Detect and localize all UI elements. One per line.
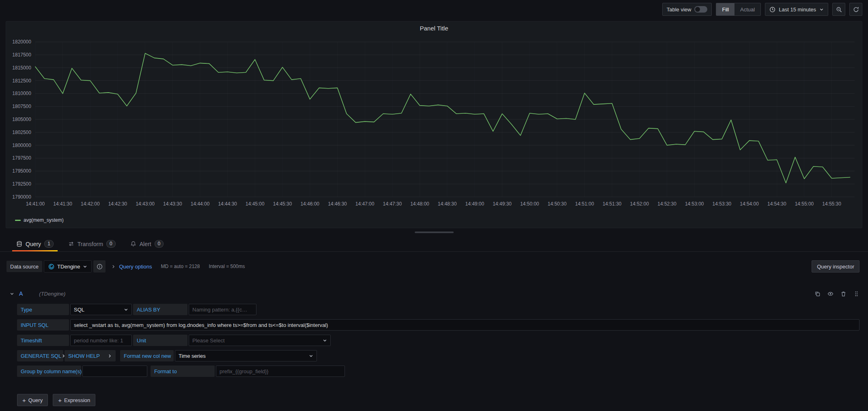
svg-text:14:41:00: 14:41:00 bbox=[26, 201, 45, 207]
copy-icon bbox=[814, 291, 821, 297]
input-sql-input[interactable] bbox=[70, 319, 859, 331]
tab-query-count: 1 bbox=[44, 240, 54, 248]
generate-sql-button[interactable]: GENERATE SQL bbox=[17, 350, 63, 361]
svg-text:1812500: 1812500 bbox=[12, 78, 31, 84]
svg-text:14:47:00: 14:47:00 bbox=[355, 201, 375, 207]
format-select-value: Time series bbox=[179, 353, 206, 359]
row-input-sql: INPUT SQL bbox=[17, 319, 859, 331]
query-header: A (TDengine) bbox=[10, 288, 859, 300]
actual-option[interactable]: Actual bbox=[734, 3, 760, 15]
switch-knob bbox=[695, 7, 700, 12]
svg-text:14:46:00: 14:46:00 bbox=[300, 201, 319, 207]
datasource-picker[interactable]: TDengine bbox=[44, 260, 92, 273]
panel-title: Panel Title bbox=[10, 25, 858, 35]
svg-text:1790000: 1790000 bbox=[12, 194, 31, 200]
svg-text:14:55:00: 14:55:00 bbox=[795, 201, 814, 207]
time-range-picker[interactable]: Last 15 minutes bbox=[765, 3, 828, 16]
svg-text:14:49:00: 14:49:00 bbox=[465, 201, 485, 207]
time-range-label: Last 15 minutes bbox=[779, 6, 816, 13]
type-select[interactable]: SQL bbox=[70, 304, 132, 315]
add-query-label: Query bbox=[28, 397, 43, 403]
tab-alert-count: 0 bbox=[155, 240, 164, 248]
timeshift-input[interactable] bbox=[70, 335, 132, 346]
input-sql-label: INPUT SQL bbox=[17, 319, 69, 331]
svg-text:14:42:00: 14:42:00 bbox=[81, 201, 100, 207]
svg-text:14:52:30: 14:52:30 bbox=[657, 201, 676, 207]
query-datasource-hint: (TDengine) bbox=[39, 291, 65, 297]
panel-resize-area bbox=[0, 228, 868, 236]
disable-query-button[interactable] bbox=[827, 291, 834, 297]
show-help-button[interactable]: SHOW HELP bbox=[65, 350, 116, 361]
svg-text:1797500: 1797500 bbox=[12, 155, 31, 161]
format-to-label: Format to bbox=[151, 366, 215, 377]
svg-text:14:51:30: 14:51:30 bbox=[603, 201, 622, 207]
svg-text:14:43:00: 14:43:00 bbox=[136, 201, 155, 207]
query-inspector-button[interactable]: Query inspector bbox=[812, 260, 859, 273]
group-by-input[interactable] bbox=[82, 366, 147, 377]
tab-alert-label: Alert bbox=[140, 241, 151, 247]
alias-by-input[interactable] bbox=[189, 304, 256, 315]
format-to-input[interactable] bbox=[216, 366, 345, 377]
duplicate-query-button[interactable] bbox=[814, 291, 821, 297]
database-icon bbox=[16, 241, 22, 247]
table-view-switch[interactable] bbox=[694, 6, 707, 13]
table-view-label: Table view bbox=[667, 6, 691, 13]
svg-text:1810000: 1810000 bbox=[12, 91, 31, 96]
svg-text:1800000: 1800000 bbox=[12, 143, 31, 148]
svg-text:14:47:30: 14:47:30 bbox=[383, 201, 402, 207]
zoom-out-button[interactable] bbox=[832, 3, 845, 16]
add-expression-button[interactable]: + Expression bbox=[53, 394, 95, 406]
add-query-button[interactable]: + Query bbox=[17, 394, 48, 406]
trash-icon bbox=[840, 291, 846, 297]
svg-text:14:45:00: 14:45:00 bbox=[246, 201, 265, 207]
svg-text:1805000: 1805000 bbox=[12, 117, 31, 122]
generate-sql-label: GENERATE SQL bbox=[21, 353, 61, 359]
time-series-chart[interactable]: 14:41:0014:41:3014:42:0014:42:3014:43:00… bbox=[10, 35, 858, 216]
remove-query-button[interactable] bbox=[840, 291, 846, 297]
chevron-right-icon bbox=[108, 354, 112, 358]
svg-text:14:48:00: 14:48:00 bbox=[410, 201, 429, 207]
svg-text:14:43:30: 14:43:30 bbox=[163, 201, 182, 207]
format-label: Format new col new bbox=[120, 350, 174, 361]
tab-query[interactable]: Query 1 bbox=[12, 236, 58, 251]
tab-transform[interactable]: Transform 0 bbox=[64, 236, 120, 251]
drag-query-handle[interactable] bbox=[853, 291, 859, 297]
refresh-icon bbox=[853, 6, 859, 13]
legend-series-swatch bbox=[15, 220, 21, 221]
table-view-toggle[interactable]: Table view bbox=[662, 3, 712, 16]
unit-select-placeholder: Please Select bbox=[192, 337, 225, 344]
fill-option[interactable]: Fill bbox=[716, 3, 734, 15]
svg-text:1820000: 1820000 bbox=[12, 39, 31, 45]
svg-text:14:41:30: 14:41:30 bbox=[53, 201, 72, 207]
datasource-name: TDengine bbox=[57, 264, 80, 270]
fit-mode-group: Fill Actual bbox=[716, 3, 761, 16]
legend-series-label: avg(mem_system) bbox=[24, 217, 64, 223]
panel: Panel Title 14:41:0014:41:3014:42:0014:4… bbox=[6, 21, 862, 228]
show-help-label: SHOW HELP bbox=[68, 353, 100, 359]
query-actions bbox=[814, 291, 859, 297]
tdengine-logo-icon bbox=[48, 264, 54, 270]
svg-text:1802500: 1802500 bbox=[12, 130, 31, 135]
svg-text:1792500: 1792500 bbox=[12, 181, 31, 187]
row-groupby-formatto: Group by column name(s) Format to bbox=[17, 366, 859, 377]
svg-text:14:45:30: 14:45:30 bbox=[273, 201, 292, 207]
tab-alert[interactable]: Alert 0 bbox=[126, 236, 168, 251]
svg-text:14:50:30: 14:50:30 bbox=[548, 201, 567, 207]
info-circle-icon bbox=[97, 264, 103, 270]
query-ref-id[interactable]: A bbox=[19, 290, 23, 297]
add-expression-label: Expression bbox=[64, 397, 90, 403]
svg-text:14:55:30: 14:55:30 bbox=[822, 201, 841, 207]
refresh-button[interactable] bbox=[849, 3, 862, 16]
magnifier-minus-icon bbox=[836, 6, 842, 13]
legend-item[interactable]: avg(mem_system) bbox=[10, 216, 858, 224]
collapse-query-icon[interactable] bbox=[10, 292, 14, 296]
format-select[interactable]: Time series bbox=[175, 350, 317, 361]
plus-icon: + bbox=[58, 397, 62, 403]
query-options-toggle[interactable]: Query options bbox=[119, 264, 152, 270]
row-generate-format: GENERATE SQL SHOW HELP Format new col ne… bbox=[17, 350, 859, 361]
datasource-help-button[interactable] bbox=[93, 260, 106, 273]
unit-select[interactable]: Please Select bbox=[189, 335, 331, 346]
resize-handle[interactable] bbox=[415, 231, 454, 233]
svg-text:14:42:30: 14:42:30 bbox=[108, 201, 127, 207]
unit-label: Unit bbox=[133, 335, 187, 346]
